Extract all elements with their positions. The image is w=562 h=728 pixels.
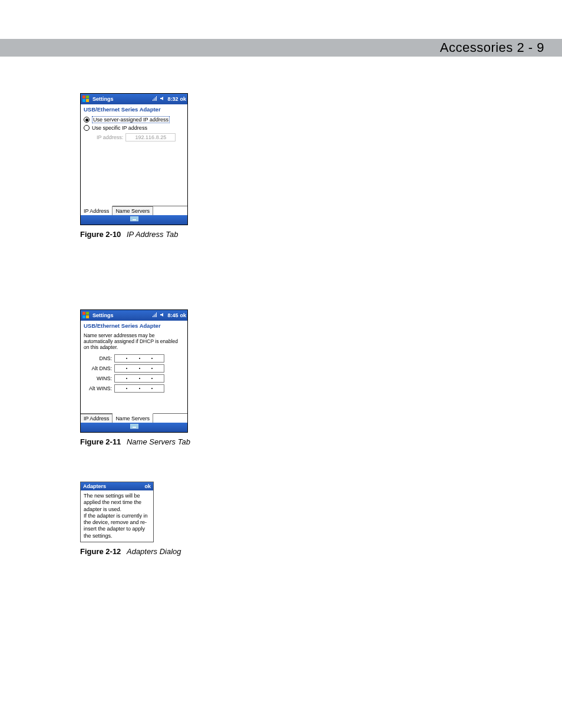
radio-specific-ip[interactable]: Use specific IP address [84,125,184,131]
speaker-icon [160,95,166,103]
wm-status-area: 8:32 ok [152,94,186,104]
svg-rect-3 [86,99,89,102]
wm-status-area: 8:45 ok [152,310,186,321]
windows-flag-icon [82,311,90,319]
ns-field-dns[interactable] [114,354,164,363]
ok-button[interactable]: ok [180,96,186,102]
svg-rect-2 [82,99,85,102]
adapters-dialog-title: Adapters ok [81,482,153,490]
wm-body-ip: Use server-assigned IP address Use speci… [81,114,187,206]
svg-rect-9 [86,315,89,318]
ip-address-field[interactable]: 192.116.8.25 [125,133,176,141]
adapters-dialog: Adapters ok The new settings will be app… [80,482,154,542]
svg-rect-7 [86,312,89,315]
ns-label-altwins: Alt WINS: [84,386,112,391]
svg-rect-10 [130,424,138,429]
figure-text: IP Address Tab [127,230,178,239]
svg-rect-1 [86,95,89,98]
radio-dot-icon [85,118,88,121]
tab-name-servers[interactable]: Name Servers [113,206,153,215]
radio-outer-icon [84,117,90,123]
wm-screen-ip-address: Settings 8:32 ok USB/Ethernet Series Ada… [80,93,188,225]
ns-field-wins[interactable] [114,374,164,383]
ns-row-wins: WINS: [84,374,184,383]
signal-icon [152,95,158,103]
figure-2-12-caption: Figure 2-12 Adapters Dialog [80,547,562,556]
page-content: Settings 8:32 ok USB/Ethernet Series Ada… [0,57,562,556]
figure-2-11-caption: Figure 2-11 Name Servers Tab [80,437,562,446]
figure-2-10-caption: Figure 2-10 IP Address Tab [80,230,562,239]
ok-button[interactable]: ok [180,312,186,318]
figure-label: Figure 2-11 [80,437,121,446]
ns-field-altdns[interactable] [114,364,164,373]
ns-label-wins: WINS: [84,375,112,381]
svg-rect-11 [133,427,136,428]
svg-rect-6 [82,312,85,315]
svg-rect-0 [82,95,85,98]
ip-address-row: IP address: 192.116.8.25 [84,133,184,141]
signal-icon [152,312,158,319]
tab-ip-address[interactable]: IP Address [81,414,113,423]
wm-tabs: IP Address Name Servers [81,413,187,423]
figure-label: Figure 2-10 [80,230,121,239]
ns-field-altwins[interactable] [114,384,164,393]
wm-time: 8:32 [167,96,178,102]
ns-row-dns: DNS: [84,354,184,363]
page-header-title: Accessories 2 - 9 [440,40,544,55]
tab-ip-address[interactable]: IP Address [81,206,113,215]
ns-row-altwins: Alt WINS: [84,384,184,393]
svg-rect-8 [82,315,85,318]
speaker-icon [160,312,166,319]
ns-label-altdns: Alt DNS: [84,365,112,371]
wm-titlebar: Settings 8:32 ok [81,94,187,104]
wm-titlebar: Settings 8:45 ok [81,310,187,321]
wm-subheader: USB/Ethernet Series Adapter [81,104,187,114]
radio-server-assigned[interactable]: Use server-assigned IP address [84,116,184,123]
wm-time: 8:45 [167,312,178,318]
figure-2-10-block: Settings 8:32 ok USB/Ethernet Series Ada… [80,93,562,239]
wm-title: Settings [92,312,114,318]
figure-2-12-block: Adapters ok The new settings will be app… [80,482,562,556]
svg-rect-5 [133,219,136,220]
wm-title: Settings [92,96,114,102]
wm-bottombar [81,423,187,432]
wm-bottombar [81,215,187,225]
wm-tabs: IP Address Name Servers [81,206,187,215]
dialog-title-text: Adapters [83,483,106,489]
wm-screen-name-servers: Settings 8:45 ok USB/Ethernet Series Ada… [80,309,188,433]
figure-label: Figure 2-12 [80,547,121,556]
figure-2-11-block: Settings 8:45 ok USB/Ethernet Series Ada… [80,309,562,446]
dialog-ok-button[interactable]: ok [144,483,151,489]
radio-specific-label: Use specific IP address [92,125,147,131]
keyboard-icon[interactable] [130,424,138,431]
radio-outer-icon [84,125,90,131]
figure-text: Adapters Dialog [127,547,181,556]
tab-name-servers[interactable]: Name Servers [113,413,153,423]
figure-text: Name Servers Tab [127,437,190,446]
keyboard-icon[interactable] [130,216,138,223]
ip-address-label: IP address: [97,134,123,140]
adapters-dialog-body: The new settings will be applied the nex… [81,490,153,542]
ns-description: Name server addresses may be automatical… [84,332,184,351]
ns-row-altdns: Alt DNS: [84,364,184,373]
svg-rect-4 [130,216,138,221]
radio-server-label: Use server-assigned IP address [92,116,170,123]
page-header: Accessories 2 - 9 [0,39,562,57]
windows-flag-icon [82,95,90,103]
wm-subheader: USB/Ethernet Series Adapter [81,321,187,331]
ns-label-dns: DNS: [84,355,112,361]
wm-body-ns: Name server addresses may be automatical… [81,331,187,413]
